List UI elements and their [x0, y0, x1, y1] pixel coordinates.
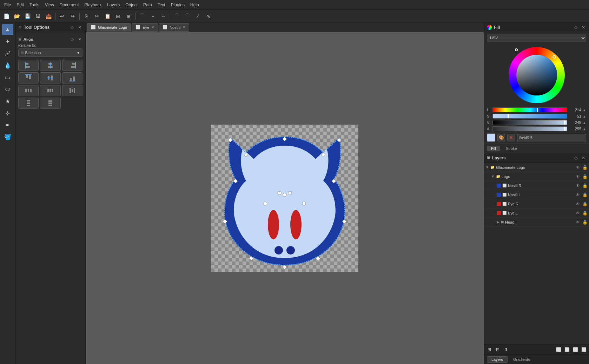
- layers-tb-btn-6[interactable]: ⬜: [571, 346, 579, 353]
- distribute-left[interactable]: [18, 85, 39, 96]
- layer-lock-nostil-r[interactable]: 🔒: [582, 183, 588, 188]
- stroke-tab[interactable]: Stroke: [502, 146, 521, 151]
- menu-document[interactable]: Document: [57, 2, 82, 8]
- tool-options-float[interactable]: ◇: [69, 25, 75, 30]
- select-tool[interactable]: ▲: [2, 24, 13, 35]
- tool-options-close[interactable]: ✕: [77, 25, 82, 30]
- save-button[interactable]: 💾: [22, 11, 32, 21]
- node-tool-2[interactable]: ⌣: [148, 11, 158, 21]
- distribute-right[interactable]: [62, 85, 82, 96]
- alpha-spin-up[interactable]: ▲: [583, 127, 586, 131]
- layers-tb-btn-1[interactable]: ⊞: [485, 346, 493, 353]
- hue-spin-up[interactable]: ▲: [583, 108, 586, 112]
- copy-lottie-button[interactable]: ⎘: [81, 11, 91, 21]
- expand-glaxnimate[interactable]: ▼: [485, 165, 489, 169]
- eyedropper-tool[interactable]: 💧: [2, 60, 13, 71]
- align-center-v[interactable]: [40, 72, 60, 84]
- cut-button[interactable]: ✂: [92, 11, 102, 21]
- layer-nostil-l[interactable]: ⬜ Nostil L 👁 🔒: [484, 190, 589, 199]
- menu-object[interactable]: Object: [123, 2, 140, 8]
- layer-eye-l[interactable]: ⬜ Eye L 👁 🔒: [484, 209, 589, 218]
- align-top-edges[interactable]: [18, 72, 39, 84]
- fill-tool[interactable]: 🪣: [2, 131, 13, 143]
- canvas-tab-eye-close[interactable]: ✕: [151, 25, 154, 29]
- menu-view[interactable]: View: [42, 2, 57, 8]
- layer-lock-eye-r[interactable]: 🔒: [582, 201, 588, 207]
- layers-tb-btn-7[interactable]: ⬜: [580, 346, 588, 353]
- color-mode-dropdown[interactable]: HSV: [487, 34, 586, 42]
- layer-eye-eye-l[interactable]: 👁: [575, 210, 581, 216]
- expand-head[interactable]: ▶: [497, 220, 499, 224]
- distribute-top[interactable]: [18, 98, 39, 109]
- selection-dropdown[interactable]: ⊞ Selection ▼: [18, 48, 82, 57]
- fill-panel-float[interactable]: ◇: [573, 25, 578, 30]
- new-button[interactable]: 📄: [1, 11, 11, 21]
- node-tool-3[interactable]: ⌢: [158, 11, 168, 21]
- color-picker-button[interactable]: 🎨: [497, 134, 505, 141]
- layer-lock-eye-l[interactable]: 🔒: [582, 210, 588, 216]
- measure-tool[interactable]: ⊹: [2, 107, 13, 119]
- menu-file[interactable]: File: [1, 2, 14, 8]
- align-bottom-edges[interactable]: [62, 72, 82, 84]
- curve-tool-4[interactable]: ∿: [204, 11, 213, 21]
- distribute-center[interactable]: [40, 85, 60, 96]
- redo-button[interactable]: ↪: [68, 11, 78, 21]
- hex-input[interactable]: [517, 134, 586, 141]
- rect-tool[interactable]: ▭: [2, 72, 13, 83]
- align-close[interactable]: ✕: [77, 37, 82, 42]
- curve-tool-2[interactable]: ⌒: [183, 11, 192, 21]
- layer-eye-head[interactable]: 👁: [575, 219, 581, 225]
- layer-lock-glaxnimate[interactable]: 🔒: [582, 165, 588, 170]
- save-as-button[interactable]: 🖫: [33, 11, 43, 21]
- layer-eye-r[interactable]: ⬜ Eye R 👁 🔒: [484, 199, 589, 209]
- layer-eye-logo[interactable]: 👁: [575, 174, 581, 179]
- alpha-slider[interactable]: [492, 126, 567, 131]
- canvas-tab-nostril-close[interactable]: ✕: [183, 25, 185, 29]
- layer-head[interactable]: ▶ ⊞ Head 👁 🔒: [484, 218, 589, 227]
- layers-tb-btn-4[interactable]: ⬜: [555, 346, 562, 353]
- curve-tool-3[interactable]: ∕: [193, 11, 203, 21]
- layer-glaxnimate-logo[interactable]: ▼ 📁 Glaxnimate Logo 👁 🔒: [484, 163, 589, 172]
- menu-edit[interactable]: Edit: [14, 2, 27, 8]
- align-right-edges[interactable]: [62, 60, 82, 71]
- align-center-h[interactable]: [40, 60, 60, 71]
- layers-float[interactable]: ◇: [573, 155, 578, 161]
- layers-tab-gradients[interactable]: Gradients: [509, 357, 534, 362]
- star-tool[interactable]: ★: [2, 95, 13, 107]
- color-wheel-container[interactable]: [509, 47, 565, 103]
- value-spin-up[interactable]: ▲: [583, 121, 586, 125]
- layer-lock-head[interactable]: 🔒: [582, 219, 588, 225]
- layers-tb-btn-3[interactable]: ⬆: [502, 346, 510, 353]
- node-tool-1[interactable]: ⌒: [137, 11, 147, 21]
- layer-lock-logo[interactable]: 🔒: [582, 174, 588, 179]
- layer-eye-eye-r[interactable]: 👁: [575, 201, 581, 207]
- canvas-tab-eye[interactable]: ⬜ Eye ✕: [132, 23, 158, 32]
- menu-playback[interactable]: Playback: [82, 2, 105, 8]
- fill-tab[interactable]: Fill: [487, 146, 500, 151]
- fill-panel-close[interactable]: ✕: [581, 25, 586, 30]
- paste-special-button[interactable]: ⊞: [113, 11, 123, 21]
- path-tool[interactable]: 🖊: [2, 48, 13, 59]
- node-edit-tool[interactable]: ✦: [2, 36, 13, 47]
- layers-tb-btn-2[interactable]: ⊟: [494, 346, 502, 353]
- menu-path[interactable]: Path: [140, 2, 155, 8]
- color-swatch[interactable]: [487, 133, 495, 142]
- export-button[interactable]: 📤: [44, 11, 53, 21]
- canvas-viewport[interactable]: [86, 32, 484, 364]
- saturation-slider[interactable]: [492, 114, 567, 119]
- layer-nostil-r[interactable]: ⬜ Nostil R 👁 🔒: [484, 181, 589, 190]
- menu-tools[interactable]: Tools: [27, 2, 42, 8]
- distribute-v-center[interactable]: [40, 98, 60, 109]
- layers-tb-btn-5[interactable]: ⬜: [563, 346, 571, 353]
- layers-tab-layers[interactable]: Layers: [487, 356, 508, 363]
- saturation-spin-up[interactable]: ▲: [583, 114, 586, 118]
- paste-button[interactable]: 📋: [102, 11, 112, 21]
- align-left-edges[interactable]: [18, 60, 39, 71]
- menu-help[interactable]: Help: [187, 2, 202, 8]
- value-slider[interactable]: [492, 120, 567, 125]
- canvas-tab-nostril[interactable]: ⬜ Nostril ✕: [159, 23, 189, 32]
- canvas-tab-glaxnimate[interactable]: ⬜ Glaxnimate Logo: [87, 23, 131, 32]
- eyedropper-tool-2[interactable]: ✒: [2, 119, 13, 131]
- open-button[interactable]: 📂: [12, 11, 22, 21]
- layer-eye-glaxnimate[interactable]: 👁: [575, 165, 581, 170]
